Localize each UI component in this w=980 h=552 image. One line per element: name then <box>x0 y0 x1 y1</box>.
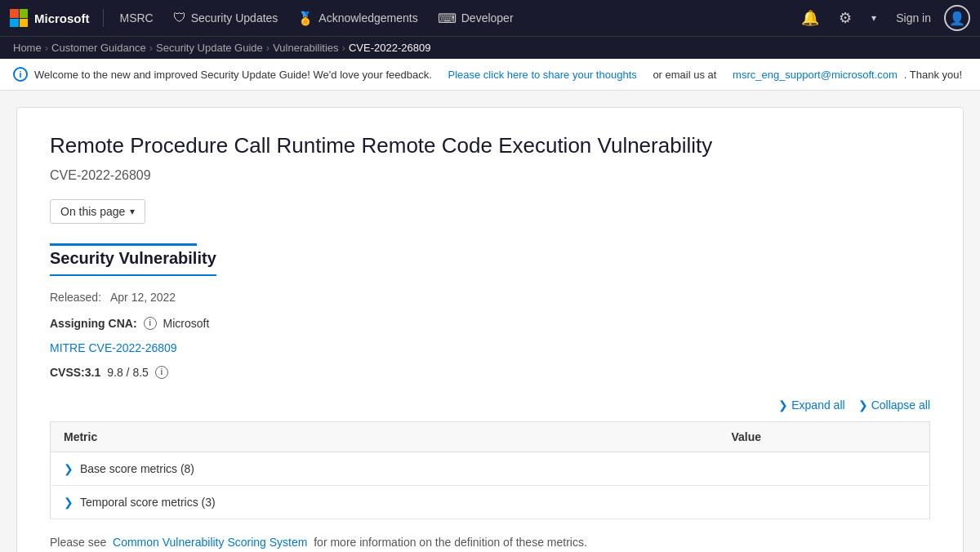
expand-collapse-row: ❯ Expand all ❯ Collapse all <box>50 398 930 412</box>
security-updates-label: Security Updates <box>191 11 278 24</box>
metrics-table-header: Metric Value <box>51 421 930 452</box>
base-score-cell: ❯ Base score metrics (8) <box>51 452 719 485</box>
metric-col-header: Metric <box>51 421 719 452</box>
acknowledgements-label: Acknowledgements <box>318 11 417 24</box>
metrics-header-row: Metric Value <box>51 421 930 452</box>
section-header: Security Vulnerability <box>50 243 930 284</box>
metrics-table-body: ❯ Base score metrics (8) ❯ Temporal scor… <box>51 452 930 519</box>
base-score-value-cell <box>718 452 929 485</box>
base-score-expandable[interactable]: ❯ Base score metrics (8) <box>64 462 705 475</box>
msrc-label: MSRC <box>120 11 154 24</box>
section-divider <box>50 243 197 246</box>
developer-link[interactable]: ⌨ Developer <box>428 0 523 36</box>
temporal-score-value-cell <box>718 485 929 519</box>
brand-name: Microsoft <box>34 11 90 25</box>
notification-email[interactable]: msrc_eng_support@microsoft.com <box>733 69 898 81</box>
medal-icon: 🏅 <box>297 11 314 26</box>
sign-in-button[interactable]: Sign in <box>889 8 938 28</box>
microsoft-logo-icon <box>10 9 28 27</box>
on-this-page-label: On this page <box>60 205 125 218</box>
section-title: Security Vulnerability <box>50 249 216 276</box>
breadcrumb-current: CVE-2022-26809 <box>349 42 430 54</box>
temporal-score-expandable[interactable]: ❯ Temporal score metrics (3) <box>64 496 705 509</box>
notification-text-middle: or email us at <box>653 69 716 81</box>
security-updates-link[interactable]: 🛡 Security Updates <box>163 0 288 36</box>
assigning-cna-label: Assigning CNA: <box>50 317 137 330</box>
temporal-score-cell: ❯ Temporal score metrics (3) <box>51 485 719 519</box>
notifications-button[interactable]: 🔔 <box>795 6 826 30</box>
cvss-info-icon[interactable]: i <box>155 366 168 379</box>
info-icon: i <box>13 67 28 82</box>
expand-icon: ❯ <box>778 398 788 412</box>
top-nav: Microsoft MSRC 🛡 Security Updates 🏅 Ackn… <box>0 0 980 36</box>
value-col-header: Value <box>718 421 929 452</box>
released-label: Released: <box>50 291 101 304</box>
collapse-icon: ❯ <box>858 398 868 412</box>
breadcrumb-security-update-guide[interactable]: Security Update Guide <box>156 42 263 54</box>
collapse-all-button[interactable]: ❯ Collapse all <box>858 398 930 412</box>
cvss-label: CVSS:3.1 <box>50 366 100 379</box>
table-row[interactable]: ❯ Temporal score metrics (3) <box>51 485 930 519</box>
cve-info-after: for more information on the definition o… <box>314 536 587 549</box>
cvss-value: 9.8 / 8.5 <box>107 366 149 379</box>
expand-all-button[interactable]: ❯ Expand all <box>778 398 844 412</box>
chevron-down-icon: ▾ <box>130 206 135 217</box>
breadcrumb-sep-3: › <box>266 42 270 54</box>
base-score-chevron-icon: ❯ <box>64 462 74 475</box>
mitre-link[interactable]: MITRE CVE-2022-26809 <box>50 341 930 354</box>
breadcrumb-customer-guidance[interactable]: Customer Guidance <box>51 42 146 54</box>
notification-banner: i Welcome to the new and improved Securi… <box>0 59 980 91</box>
cvss-row: CVSS:3.1 9.8 / 8.5 i <box>50 366 930 379</box>
keyboard-icon: ⌨ <box>438 11 457 26</box>
released-date: Apr 12, 2022 <box>110 291 176 304</box>
breadcrumb: Home › Customer Guidance › Security Upda… <box>0 36 980 59</box>
breadcrumb-sep-2: › <box>149 42 153 54</box>
base-score-label: Base score metrics (8) <box>80 462 194 475</box>
breadcrumb-vulnerabilities[interactable]: Vulnerabilities <box>273 42 338 54</box>
on-this-page-button[interactable]: On this page ▾ <box>50 199 145 224</box>
notification-text-before: Welcome to the new and improved Security… <box>34 69 432 81</box>
acknowledgements-link[interactable]: 🏅 Acknowledgements <box>287 0 427 36</box>
metrics-table: Metric Value ❯ Base score metrics (8) ❯ <box>50 421 930 519</box>
expand-all-label: Expand all <box>791 398 844 412</box>
temporal-score-chevron-icon: ❯ <box>64 496 74 509</box>
cve-info-text: Please see Common Vulnerability Scoring … <box>50 536 930 549</box>
main-content: Remote Procedure Call Runtime Remote Cod… <box>16 107 964 552</box>
cve-id: CVE-2022-26809 <box>50 168 930 183</box>
msrc-link[interactable]: MSRC <box>110 0 163 36</box>
assigning-cna-row: Assigning CNA: i Microsoft <box>50 317 930 330</box>
collapse-all-label: Collapse all <box>871 398 930 412</box>
table-row[interactable]: ❯ Base score metrics (8) <box>51 452 930 485</box>
cve-info-before: Please see <box>50 536 106 549</box>
page-title: Remote Procedure Call Runtime Remote Cod… <box>50 132 930 160</box>
user-avatar[interactable]: 👤 <box>944 5 970 31</box>
cvss-link[interactable]: Common Vulnerability Scoring System <box>113 536 307 549</box>
shield-icon: 🛡 <box>173 11 186 25</box>
notification-text-after: . Thank you! <box>904 69 962 81</box>
breadcrumb-sep-4: › <box>342 42 345 54</box>
nav-right: 🔔 ⚙ ▾ Sign in 👤 <box>795 5 970 31</box>
notification-link[interactable]: Please click here to share your thoughts <box>448 69 637 81</box>
breadcrumb-sep-1: › <box>45 42 48 54</box>
released-text: Released: Apr 12, 2022 <box>50 291 930 304</box>
assigning-cna-value: Microsoft <box>163 317 210 330</box>
settings-chevron-button[interactable]: ▾ <box>865 9 883 27</box>
breadcrumb-home[interactable]: Home <box>13 42 42 54</box>
developer-label: Developer <box>461 11 514 24</box>
assigning-cna-info-icon[interactable]: i <box>144 317 157 330</box>
settings-button[interactable]: ⚙ <box>832 6 858 30</box>
temporal-score-label: Temporal score metrics (3) <box>80 496 216 509</box>
brand-logo[interactable]: Microsoft <box>10 9 104 27</box>
